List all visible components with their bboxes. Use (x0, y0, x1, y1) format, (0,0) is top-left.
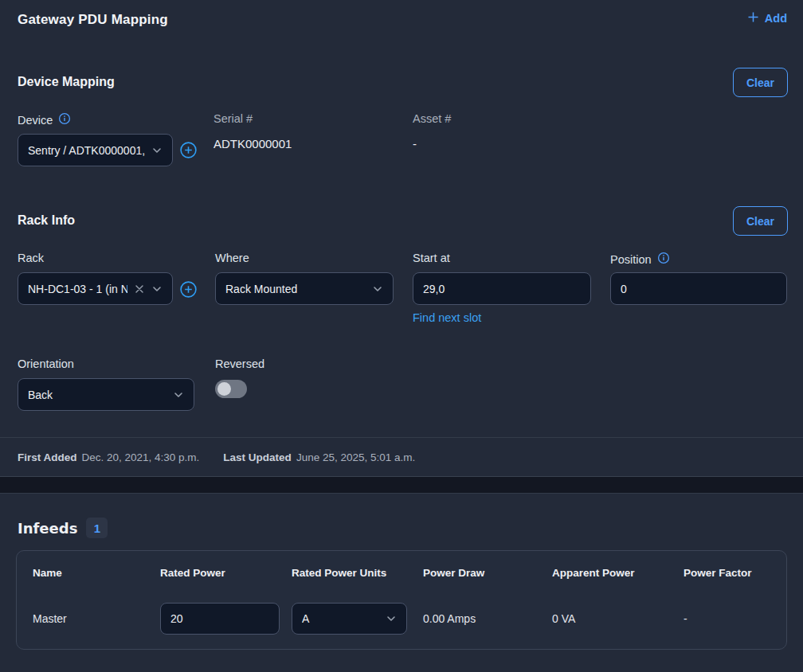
orientation-select-value: Back (28, 389, 166, 401)
start-at-label: Start at (413, 252, 450, 264)
col-header-name: Name (33, 567, 62, 579)
orientation-select[interactable]: Back (18, 378, 194, 411)
col-header-apparent-power: Apparent Power (552, 567, 635, 579)
chevron-down-icon (372, 283, 383, 295)
rack-label: Rack (18, 252, 44, 264)
device-mapping-heading: Device Mapping (18, 75, 115, 89)
chevron-down-icon (151, 145, 163, 156)
start-at-input[interactable] (413, 272, 591, 305)
info-icon[interactable] (657, 252, 670, 267)
record-meta-bar: First Added Dec. 20, 2021, 4:30 p.m. Las… (0, 437, 803, 476)
last-updated: Last Updated June 25, 2025, 5:01 a.m. (223, 451, 415, 463)
asset-label: Asset # (413, 112, 451, 125)
infeeds-heading: Infeeds 1 (18, 518, 108, 538)
plus-circle-icon (180, 281, 197, 300)
col-header-power-draw: Power Draw (423, 567, 484, 579)
add-device-button[interactable] (180, 142, 197, 161)
add-button-label: Add (765, 12, 787, 25)
infeed-name: Master (33, 612, 67, 625)
infeeds-card: Infeeds 1 Name Rated Power Rated Power U… (0, 493, 803, 672)
device-mapping-clear-button[interactable]: Clear (733, 68, 788, 97)
pdu-mapping-card: Gateway PDU Mapping Add Device Mapping C… (0, 0, 803, 477)
serial-value: ADTK0000001 (213, 137, 292, 150)
add-rack-button[interactable] (180, 281, 197, 300)
chevron-down-icon (151, 283, 163, 295)
rated-power-input[interactable] (160, 603, 280, 635)
find-next-slot-link[interactable]: Find next slot (413, 311, 481, 324)
position-input[interactable] (610, 272, 787, 305)
rated-power-units-value: A (302, 612, 379, 625)
where-select-value: Rack Mounted (225, 283, 366, 295)
power-draw-value: 0.00 Amps (423, 612, 476, 625)
first-added: First Added Dec. 20, 2021, 4:30 p.m. (18, 451, 199, 463)
asset-value: - (413, 137, 417, 150)
col-header-rated-power: Rated Power (160, 567, 225, 579)
apparent-power-value: 0 VA (552, 612, 575, 625)
infeeds-table: Name Rated Power Rated Power Units Power… (16, 550, 787, 650)
device-select[interactable]: Sentry / ADTK0000001, (18, 134, 173, 166)
rated-power-units-select[interactable]: A (292, 603, 407, 635)
plus-icon (747, 11, 759, 25)
where-select[interactable]: Rack Mounted (215, 272, 394, 305)
serial-label: Serial # (213, 112, 253, 125)
infeeds-count-badge: 1 (86, 518, 108, 538)
page-title: Gateway PDU Mapping (18, 12, 168, 28)
device-label: Device (18, 112, 71, 127)
add-button[interactable]: Add (747, 11, 787, 25)
clear-x-icon[interactable] (134, 283, 145, 295)
rack-select-value: NH-DC1-03 - 1 (in NH (28, 283, 127, 295)
reversed-label: Reversed (215, 357, 264, 370)
info-icon[interactable] (58, 112, 71, 127)
col-header-rated-power-units: Rated Power Units (292, 567, 386, 579)
position-label: Position (610, 252, 670, 267)
device-select-value: Sentry / ADTK0000001, (28, 144, 145, 157)
col-header-power-factor: Power Factor (684, 567, 752, 579)
toggle-knob (217, 382, 231, 396)
where-label: Where (215, 252, 249, 264)
gateway-pdu-mapping-page: Gateway PDU Mapping Add Device Mapping C… (0, 0, 803, 672)
rack-info-heading: Rack Info (18, 213, 75, 228)
rack-select[interactable]: NH-DC1-03 - 1 (in NH (18, 272, 173, 305)
power-factor-value: - (684, 612, 687, 625)
orientation-label: Orientation (18, 357, 74, 370)
rack-info-clear-button[interactable]: Clear (733, 206, 788, 236)
chevron-down-icon (173, 389, 184, 400)
plus-circle-icon (180, 142, 197, 161)
reversed-toggle[interactable] (215, 380, 247, 398)
chevron-down-icon (386, 613, 397, 624)
